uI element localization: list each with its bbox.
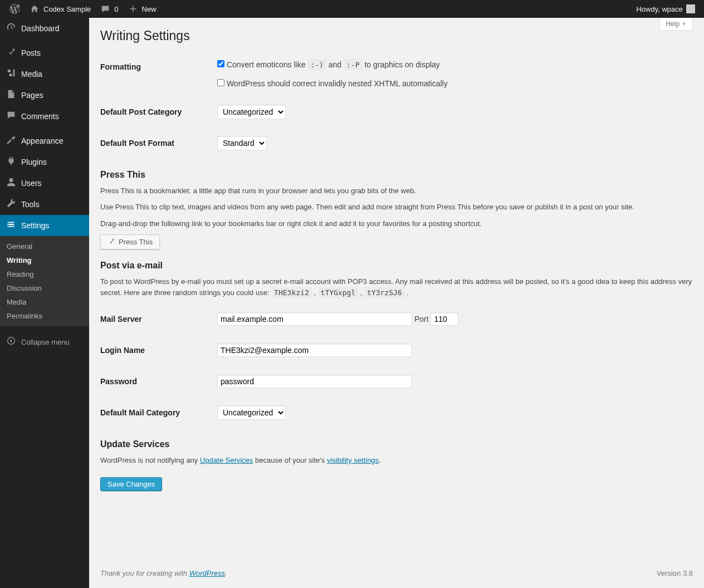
login-input[interactable]	[217, 344, 412, 357]
wordpress-link[interactable]: WordPress	[189, 569, 225, 577]
port-label: Port	[414, 315, 429, 324]
submenu-media[interactable]: Media	[0, 295, 89, 309]
pressthis-title: Press This	[100, 170, 693, 180]
default-category-label: Default Post Category	[100, 96, 212, 128]
site-name-link[interactable]: Codex Sample	[25, 0, 95, 18]
pressthis-p3: Drag-and-drop the following link to your…	[100, 218, 693, 229]
tools-icon	[6, 198, 17, 210]
submenu-general[interactable]: General	[0, 239, 89, 253]
update-services-desc: WordPress is not notifying any Update Se…	[100, 455, 693, 466]
collapse-icon	[6, 336, 17, 347]
postemail-desc: To post to WordPress by e-mail you must …	[100, 276, 693, 298]
menu-appearance[interactable]: Appearance	[0, 130, 89, 151]
wp-logo[interactable]	[4, 0, 25, 18]
mail-server-label: Mail Server	[100, 303, 212, 335]
new-content-link[interactable]: New	[123, 0, 161, 18]
appearance-icon	[6, 135, 17, 147]
menu-plugins[interactable]: Plugins	[0, 151, 89, 173]
pin-icon	[6, 47, 17, 59]
default-category-select[interactable]: Uncategorized	[217, 105, 286, 119]
menu-media[interactable]: Media	[0, 63, 89, 85]
menu-pages[interactable]: Pages	[0, 85, 89, 106]
chevron-down-icon: ▼	[682, 21, 687, 27]
update-services-title: Update Services	[100, 439, 693, 449]
comments-count: 0	[114, 5, 118, 13]
home-icon	[29, 3, 40, 14]
password-label: Password	[100, 366, 212, 397]
menu-posts[interactable]: Posts	[0, 42, 89, 63]
page-icon	[6, 89, 17, 101]
howdy-text: Howdy, wpace	[636, 5, 683, 13]
comments-icon	[6, 110, 17, 122]
admin-bar: Codex Sample 0 New Howdy, wpace	[0, 0, 704, 18]
page-title: Writing Settings	[100, 23, 693, 51]
media-icon	[6, 68, 17, 80]
submenu-writing[interactable]: Writing	[0, 253, 89, 267]
postemail-table: Mail Server Port Login Name Password Def…	[100, 303, 693, 428]
login-label: Login Name	[100, 335, 212, 366]
submenu-discussion[interactable]: Discussion	[0, 281, 89, 295]
mail-server-input[interactable]	[217, 312, 412, 326]
submenu-permalinks[interactable]: Permalinks	[0, 309, 89, 323]
plus-icon	[128, 3, 139, 14]
emoticons-checkbox[interactable]	[217, 60, 224, 67]
update-services-link[interactable]: Update Services	[200, 456, 253, 464]
emoticons-row[interactable]: Convert emoticons like :-) and :-P to gr…	[217, 60, 440, 69]
xhtml-row[interactable]: WordPress should correct invalidly neste…	[217, 79, 448, 88]
dashboard-icon	[6, 22, 17, 35]
pressthis-button[interactable]: Press This	[100, 234, 160, 249]
settings-submenu: General Writing Reading Discussion Media…	[0, 236, 89, 326]
help-tab[interactable]: Help▼	[659, 18, 693, 31]
default-format-label: Default Post Format	[100, 128, 212, 159]
admin-menu: Dashboard Posts Media Pages Comments App…	[0, 18, 89, 583]
users-icon	[6, 177, 17, 189]
pressthis-icon	[107, 237, 115, 247]
default-mail-cat-label: Default Mail Category	[100, 397, 212, 428]
xhtml-checkbox[interactable]	[217, 79, 224, 86]
port-input[interactable]	[431, 312, 458, 326]
visibility-settings-link[interactable]: visibility settings	[327, 456, 379, 464]
menu-settings[interactable]: Settings	[0, 215, 89, 236]
save-button[interactable]: Save Changes	[100, 477, 162, 491]
default-format-select[interactable]: Standard	[217, 136, 267, 150]
password-input[interactable]	[217, 375, 412, 388]
menu-comments[interactable]: Comments	[0, 106, 89, 127]
pressthis-p1: Press This is a bookmarklet: a little ap…	[100, 185, 693, 197]
avatar-icon	[686, 4, 695, 13]
default-mail-cat-select[interactable]: Uncategorized	[217, 405, 286, 420]
settings-icon	[6, 219, 17, 232]
menu-tools[interactable]: Tools	[0, 194, 89, 215]
wordpress-icon	[9, 3, 20, 14]
comment-icon	[100, 3, 111, 14]
my-account-link[interactable]: Howdy, wpace	[632, 0, 700, 18]
site-name: Codex Sample	[43, 5, 91, 13]
pressthis-p2: Use Press This to clip text, images and …	[100, 202, 693, 213]
comments-link[interactable]: 0	[95, 0, 123, 18]
menu-users[interactable]: Users	[0, 173, 89, 194]
submenu-reading[interactable]: Reading	[0, 267, 89, 281]
settings-table: Formatting Convert emoticons like :-) an…	[100, 51, 693, 159]
menu-dashboard[interactable]: Dashboard	[0, 18, 89, 39]
postemail-title: Post via e-mail	[100, 261, 693, 271]
formatting-label: Formatting	[100, 51, 212, 96]
collapse-menu[interactable]: Collapse menu	[0, 332, 89, 352]
plugin-icon	[6, 156, 17, 168]
footer: Thank you for creating with WordPress. V…	[89, 564, 704, 583]
version-text: Version 3.8	[657, 569, 693, 577]
new-label: New	[142, 5, 157, 13]
